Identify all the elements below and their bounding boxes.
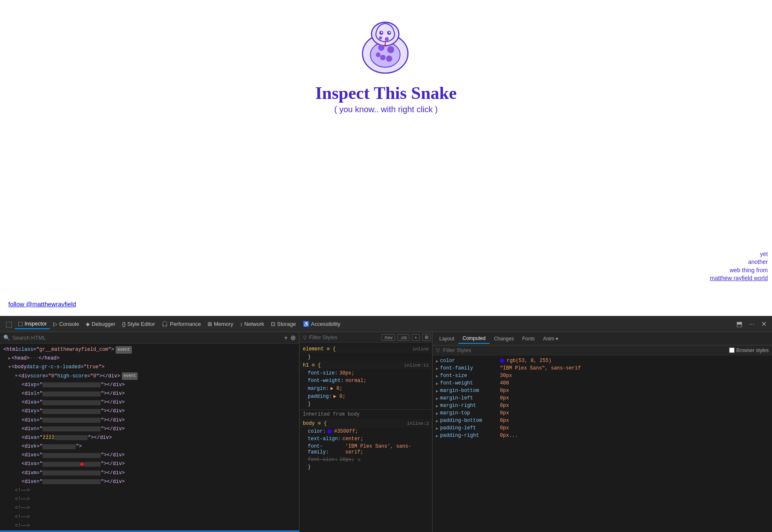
console-label: Console xyxy=(59,321,79,327)
search-icon: 🔍 xyxy=(3,335,10,341)
browser-styles-checkbox[interactable] xyxy=(729,347,735,353)
debugger-label: Debugger xyxy=(92,321,115,327)
div-y-line[interactable]: <div y=" "></div> xyxy=(0,407,299,416)
html-tree: <html class =" gr__matthewrayfield_com "… xyxy=(0,344,299,532)
head-line[interactable]: ▶ <head> ··· </head> xyxy=(0,354,299,363)
accessibility-label: Accessibility xyxy=(311,321,341,327)
snake-illustration xyxy=(353,12,419,79)
body-origin: inline:2 xyxy=(407,421,429,426)
tab-inspector[interactable]: ⬚ Inspector xyxy=(15,319,50,329)
pick-icon[interactable]: ⊕ xyxy=(290,334,296,342)
svg-point-12 xyxy=(385,37,388,41)
style-editor-icon: {} xyxy=(122,321,126,327)
comment-1: <!——> xyxy=(0,486,299,495)
computed-font-family: ▶ font-family "IBM Plex Sans", sans-seri… xyxy=(433,365,772,372)
css-rules-content: element ⊙ { inline } h1 ⊙ { inline:11 fo… xyxy=(299,343,432,532)
h1-font-size: font-size: 30px; xyxy=(299,369,432,377)
div-m-line[interactable]: <div m=" "></div> xyxy=(0,469,299,478)
tab-storage[interactable]: ⊡ Storage xyxy=(267,319,299,329)
performance-label: Performance xyxy=(170,321,200,327)
search-input[interactable] xyxy=(12,335,282,341)
computed-tabs: Layout Computed Changes Fonts Anim ▾ xyxy=(433,332,772,345)
tab-network[interactable]: ↕ Network xyxy=(237,319,267,329)
svg-point-8 xyxy=(387,46,394,53)
inspector-icon: ⬚ xyxy=(18,320,23,327)
tab-fonts[interactable]: Fonts xyxy=(518,334,539,343)
css-filter-input[interactable] xyxy=(309,334,379,340)
accessibility-icon: ♿ xyxy=(303,321,309,327)
tab-layout[interactable]: Layout xyxy=(435,334,458,343)
pick-element-button[interactable]: ⬚ xyxy=(3,319,15,330)
body-font-family: font-family: 'IBM Plex Sans', sans-serif… xyxy=(299,443,432,456)
hov-button[interactable]: :hov xyxy=(381,334,395,341)
tab-accessibility[interactable]: ♿ Accessibility xyxy=(299,319,344,329)
div-n-line[interactable]: <div n=" "></div> xyxy=(0,425,299,433)
computed-panel: Layout Computed Changes Fonts Anim ▾ ▽ B… xyxy=(433,332,772,532)
follow-link[interactable]: follow @matthewrayfield xyxy=(8,300,76,308)
computed-filter-input[interactable] xyxy=(443,347,726,353)
body-text-align: text-align: center; xyxy=(299,435,432,443)
tab-computed[interactable]: Computed xyxy=(458,334,490,344)
computed-margin-top: ▶ margin-top 0px xyxy=(433,409,772,417)
add-rule-button[interactable]: + xyxy=(412,334,419,341)
comment-4: <!——> xyxy=(0,513,299,522)
tab-console[interactable]: ▷ Console xyxy=(50,319,82,329)
comment-5: <!——> xyxy=(0,522,299,530)
element-selector: element ⊙ { xyxy=(303,346,336,352)
element-rule-header: element ⊙ { inline xyxy=(299,345,432,353)
storage-label: Storage xyxy=(277,321,296,327)
tab-style-editor[interactable]: {} Style Editor xyxy=(119,319,158,329)
div-s-line[interactable]: <div s=" "></div> xyxy=(0,416,299,425)
computed-margin-left: ▶ margin-left 0px xyxy=(433,394,772,402)
div-a-z-line[interactable]: <div a=" ẑẑẑẑ "></div> xyxy=(0,433,299,442)
svg-point-13 xyxy=(379,36,382,39)
computed-padding-left: ▶ padding-left 0px xyxy=(433,424,772,432)
div-score-line[interactable]: ▼ <div score="0" high-score="0"></div> e… xyxy=(0,372,299,381)
computed-props: ▶ color rgb(53, 0, 255) ▶ font-family "I… xyxy=(433,355,772,532)
div-l-line[interactable]: <div l=" "></div> xyxy=(0,389,299,398)
computed-filter-icon: ▽ xyxy=(436,347,440,353)
devtools-toolbar: ⬚ ⬚ Inspector ▷ Console ◈ Debugger {} St… xyxy=(0,316,772,332)
body-line[interactable]: ▼ <body data-gr-c-s-loaded =" true "> xyxy=(0,363,299,372)
tab-debugger[interactable]: ◈ Debugger xyxy=(82,319,119,329)
filter-icon: ▽ xyxy=(303,335,307,340)
tab-memory[interactable]: ⊞ Memory xyxy=(204,319,237,329)
popout-button[interactable]: ⬒ xyxy=(734,319,745,329)
computed-filter-bar: ▽ Browser styles xyxy=(433,345,772,355)
body-selector: body ⊙ { xyxy=(303,420,327,426)
add-element-icon[interactable]: + xyxy=(284,334,288,342)
browser-styles-text: Browser styles xyxy=(736,347,769,353)
div-e2-line[interactable]: <div e=" "></div> xyxy=(0,478,299,486)
tab-changes[interactable]: Changes xyxy=(490,334,518,343)
close-button[interactable]: ✕ xyxy=(759,319,769,329)
browser-styles-toggle[interactable]: Browser styles xyxy=(729,347,769,353)
element-origin: inline xyxy=(412,347,429,352)
cls-button[interactable]: .cls xyxy=(398,334,410,341)
body-color: color: #3500ff; xyxy=(299,428,432,435)
div-k-line[interactable]: <div k=" "> xyxy=(0,442,299,451)
more-options-button[interactable]: ··· xyxy=(747,320,757,329)
h1-selector: h1 ⊙ { xyxy=(303,362,321,368)
div-a-line[interactable]: <div a=" "></div> xyxy=(0,398,299,407)
body-font-size: font-size: 16px; ▽ xyxy=(299,456,432,463)
div-p-line[interactable]: <div p=" "></div> xyxy=(0,381,299,389)
svg-point-10 xyxy=(386,56,392,62)
div-e-line[interactable]: <div e=" "></div> xyxy=(0,451,299,460)
storage-icon: ⊡ xyxy=(271,321,275,327)
html-root-line[interactable]: <html class =" gr__matthewrayfield_com "… xyxy=(0,345,299,354)
debugger-icon: ◈ xyxy=(86,321,90,327)
tab-animations[interactable]: Anim ▾ xyxy=(539,334,562,343)
tab-performance[interactable]: 🎧 Performance xyxy=(158,319,204,329)
page-title: Inspect This Snake xyxy=(315,83,457,103)
h1-padding: padding: ▶ 0; xyxy=(299,392,432,400)
css-filter-bar: ▽ :hov .cls + ⊞ xyxy=(299,332,432,343)
html-panel: 🔍 + ⊕ <html class =" gr__matthewrayfield… xyxy=(0,332,299,532)
computed-padding-bottom: ▶ padding-bottom 0px xyxy=(433,417,772,424)
toggle-icon-button[interactable]: ⊞ xyxy=(422,334,431,341)
computed-font-size: ▶ font-size 30px xyxy=(433,372,772,379)
div-a-dot-line[interactable]: <div a=" "></div> xyxy=(0,460,299,468)
event-badge-2: event xyxy=(122,372,138,380)
css-rules-panel: ▽ :hov .cls + ⊞ element ⊙ { inline } h1 xyxy=(299,332,433,532)
body-rule-header: body ⊙ { inline:2 xyxy=(299,419,432,428)
h1-line[interactable]: <h1>Inspect This Snake</h1> xyxy=(0,530,299,532)
